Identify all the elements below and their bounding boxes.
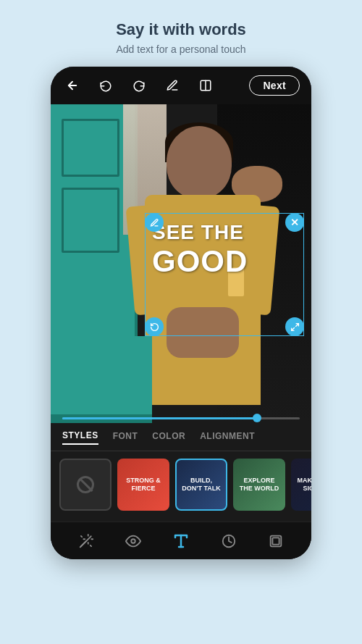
page-title: Say it with words [116, 20, 246, 39]
style-card-strong-fierce[interactable]: STRONG &FIERCE [117, 459, 169, 511]
compare-button[interactable] [195, 75, 216, 96]
bottom-panel: STYLES FONT COLOR ALIGNMENT STRONG &FIER… [51, 423, 311, 559]
svg-rect-7 [273, 538, 279, 544]
teal-window-bottom [51, 336, 152, 423]
page-subtitle: Add text for a personal touch [116, 43, 246, 55]
bottom-nav [51, 522, 311, 559]
top-bar: Next [51, 67, 311, 104]
back-button[interactable] [62, 75, 83, 96]
nav-eye[interactable] [120, 528, 146, 554]
card-label-strong: STRONG &FIERCE [123, 474, 164, 495]
image-area: ✕ SEE THE GOOD [51, 104, 311, 423]
style-card-explore[interactable]: EXPLORETHE WORLD [233, 459, 285, 511]
edit-pen-button[interactable] [162, 75, 182, 96]
card-label-build: BUILD,DON'T TALK [179, 474, 223, 495]
no-style-icon [77, 476, 94, 493]
person-head [167, 126, 232, 198]
undo-button[interactable] [96, 75, 116, 96]
style-card-build[interactable]: BUILD,DON'T TALK [175, 459, 227, 511]
style-card-makeit[interactable]: MAKE IT SIGSIGNIFIC [291, 459, 311, 511]
style-tabs: STYLES FONT COLOR ALIGNMENT [51, 423, 311, 451]
progress-fill [62, 417, 257, 419]
nav-text[interactable] [168, 528, 194, 554]
svg-point-2 [132, 539, 136, 543]
tab-font[interactable]: FONT [113, 431, 138, 444]
tab-styles[interactable]: STYLES [62, 430, 98, 445]
progress-track[interactable] [62, 417, 300, 419]
handle-close[interactable]: ✕ [285, 213, 304, 232]
style-card-none[interactable] [59, 459, 111, 511]
progress-thumb[interactable] [253, 414, 261, 422]
nav-layers[interactable] [263, 528, 289, 554]
phone-frame: Next [51, 67, 311, 559]
card-label-explore: EXPLORETHE WORLD [237, 474, 282, 495]
tab-alignment[interactable]: ALIGNMENT [200, 431, 255, 444]
text-overlay[interactable]: ✕ SEE THE GOOD [152, 220, 297, 314]
next-button[interactable]: Next [249, 75, 300, 96]
page-header: Say it with words Add text for a persona… [101, 0, 261, 67]
nav-history[interactable] [216, 528, 242, 554]
handle-rotate[interactable] [145, 317, 164, 336]
top-bar-right: Next [249, 75, 300, 96]
nav-magic-wand[interactable] [73, 528, 99, 554]
selection-border [145, 213, 304, 336]
handle-edit[interactable] [145, 213, 164, 232]
redo-button[interactable] [129, 75, 149, 96]
style-cards-list: STRONG &FIERCE BUILD,DON'T TALK EXPLORET… [51, 451, 311, 518]
top-bar-left [62, 75, 216, 96]
tab-color[interactable]: COLOR [152, 431, 185, 444]
photo-background: ✕ SEE THE GOOD [51, 104, 311, 423]
handle-scale[interactable] [285, 317, 304, 336]
progress-bar-wrap[interactable] [51, 413, 311, 423]
card-label-makeit: MAKE IT SIGSIGNIFIC [294, 474, 311, 495]
